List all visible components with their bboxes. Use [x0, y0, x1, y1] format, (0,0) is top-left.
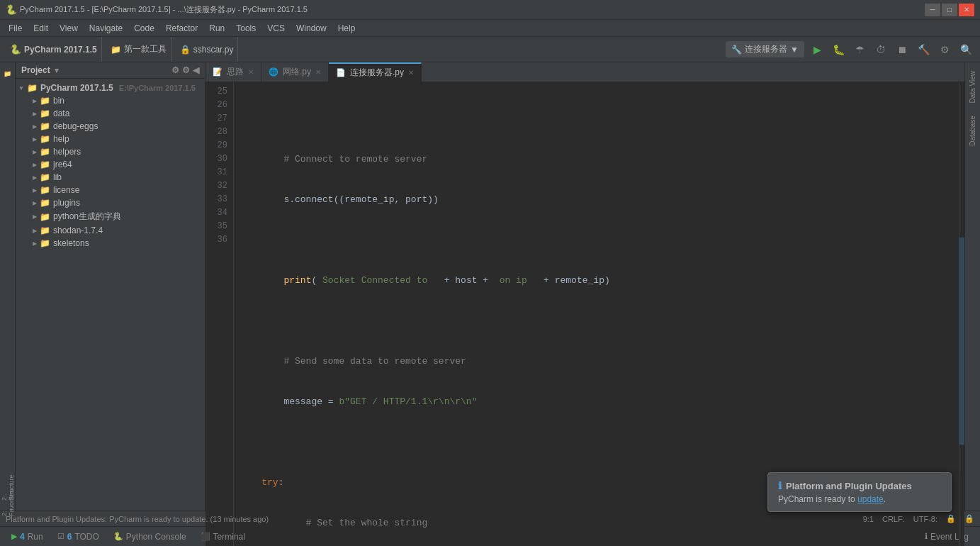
- status-right: 9:1 CRLF: UTF-8: 🔒 🔒: [863, 514, 974, 523]
- folder-icon: 📁: [40, 238, 50, 248]
- code-line-28: [240, 233, 953, 247]
- menu-navigate[interactable]: Navigate: [84, 22, 128, 35]
- menu-view[interactable]: View: [54, 22, 84, 35]
- notification-update-link[interactable]: update: [857, 494, 884, 504]
- menu-window[interactable]: Window: [291, 22, 332, 35]
- tree-item-plugins[interactable]: ▶ 📁 plugins: [16, 196, 205, 209]
- tree-root-item[interactable]: ▼ 📁 PyCharm 2017.1.5 E:\PyCharm 2017.1.5: [16, 82, 205, 94]
- python-console-label: Python Console: [126, 532, 186, 542]
- tree-item-jre64[interactable]: ▶ 📁 jre64: [16, 158, 205, 171]
- run-button[interactable]: ▶: [809, 41, 826, 58]
- tree-item-shodan[interactable]: ▶ 📁 shodan-1.7.4: [16, 224, 205, 237]
- tab-thoughts[interactable]: 📝 思路 ✕: [205, 62, 261, 82]
- tab-label: 连接服务器.py: [350, 67, 404, 79]
- todo-tab-num: 6: [67, 532, 72, 542]
- tree-item-skeletons[interactable]: ▶ 📁 skeletons: [16, 237, 205, 250]
- tree-item-bin[interactable]: ▶ 📁 bin: [16, 94, 205, 107]
- notification-message: PyCharm is ready to: [778, 494, 857, 504]
- tree-item-help[interactable]: ▶ 📁 help: [16, 133, 205, 145]
- menu-run[interactable]: Run: [203, 22, 230, 35]
- tab-close-button[interactable]: ✕: [315, 68, 321, 76]
- expand-arrow-icon: ▼: [18, 85, 24, 91]
- code-line-27: s.connect((remote_ip, port)): [240, 193, 953, 206]
- tab-network[interactable]: 🌐 网络.py ✕: [261, 62, 329, 82]
- tab-close-button[interactable]: ✕: [408, 69, 414, 77]
- search-button[interactable]: 🔍: [957, 41, 974, 58]
- project-header-label: Project: [21, 65, 50, 75]
- tree-item-license[interactable]: ▶ 📁 license: [16, 184, 205, 196]
- tab-icon: 🌐: [269, 67, 278, 77]
- todo-icon: ☑: [57, 532, 64, 541]
- tab-run[interactable]: ▶ 4 Run: [6, 530, 49, 543]
- folder-icon: 📁: [40, 147, 50, 157]
- terminal-label: Terminal: [213, 532, 245, 542]
- debug-button[interactable]: 🐛: [830, 41, 847, 58]
- status-text: Platform and Plugin Updates: PyCharm is …: [6, 515, 269, 523]
- line-col: 9:1: [863, 515, 874, 523]
- menu-help[interactable]: Help: [332, 22, 361, 35]
- expand-arrow-icon: ▶: [33, 213, 37, 220]
- code-line-33: [240, 435, 953, 449]
- minimap-thumb: [959, 238, 964, 445]
- toolbar: 🐍 PyCharm 2017.1.5 📁 第一款工具 🔒 sshscar.py …: [0, 37, 980, 62]
- database-label[interactable]: Database: [967, 110, 978, 152]
- maximize-button[interactable]: □: [942, 4, 957, 16]
- menu-code[interactable]: Code: [128, 22, 160, 35]
- tab-close-button[interactable]: ✕: [248, 68, 254, 76]
- notification-title-text: Platform and Plugin Updates: [786, 481, 912, 491]
- line-ending: CRLF:: [882, 515, 905, 523]
- run-tab-label: Run: [28, 532, 43, 542]
- tree-item-python-dict[interactable]: ▶ 📁 python生成的字典: [16, 209, 205, 224]
- tab-server[interactable]: 📄 连接服务器.py ✕: [329, 62, 422, 82]
- code-line-30: [240, 314, 953, 328]
- menu-vcs[interactable]: VCS: [261, 22, 291, 35]
- folder-icon: 📁: [111, 45, 121, 55]
- project-sidebar-icon[interactable]: 📁: [1, 67, 15, 81]
- tool2-label: sshscar.py: [193, 45, 234, 55]
- tab-event-log[interactable]: ℹ Event Log: [919, 530, 974, 543]
- hide-icon[interactable]: ◀: [193, 65, 199, 75]
- left-sidebar: 📁 2: Structure 2: Favorites: [0, 62, 16, 511]
- menu-file[interactable]: File: [3, 22, 28, 35]
- root-name: PyCharm 2017.1.5: [40, 83, 113, 93]
- profile-button[interactable]: ⏱: [872, 41, 889, 58]
- folder-icon: 📁: [40, 225, 50, 235]
- project-name: PyCharm 2017.1.5: [24, 45, 97, 55]
- notification-body: PyCharm is ready to update.: [778, 494, 941, 504]
- tab-label: 网络.py: [283, 66, 311, 78]
- code-line-29: print( Socket Connected to + host + on i…: [240, 274, 953, 287]
- run-config-dropdown[interactable]: 🔧 连接服务器 ▼: [726, 41, 804, 57]
- expand-arrow-icon: ▶: [33, 136, 37, 143]
- coverage-button[interactable]: ☂: [851, 41, 868, 58]
- build-button[interactable]: 🔨: [915, 41, 932, 58]
- status-message: Platform and Plugin Updates: PyCharm is …: [6, 515, 855, 523]
- code-line-25: [240, 112, 953, 126]
- stop-button[interactable]: ⏹: [894, 41, 911, 58]
- menu-refactor[interactable]: Refactor: [160, 22, 203, 35]
- folder-label: helpers: [53, 147, 81, 157]
- menu-edit[interactable]: Edit: [28, 22, 54, 35]
- tree-item-lib[interactable]: ▶ 📁 lib: [16, 171, 205, 184]
- folder-icon: 📁: [40, 134, 50, 144]
- sync-icon[interactable]: ⚙: [171, 65, 179, 75]
- expand-arrow-icon: ▶: [33, 187, 37, 194]
- run-config-label: 连接服务器: [745, 43, 787, 55]
- tab-todo[interactable]: ☑ 6 TODO: [52, 530, 105, 543]
- data-view-label[interactable]: Data View: [967, 65, 978, 108]
- tree-item-data[interactable]: ▶ 📁 data: [16, 107, 205, 120]
- app-icon: 🐍: [6, 4, 17, 15]
- settings-button[interactable]: ⚙: [936, 41, 953, 58]
- tab-python-console[interactable]: 🐍 Python Console: [108, 530, 192, 543]
- project-dropdown-arrow[interactable]: ▾: [55, 66, 59, 75]
- folder-icon: 📁: [40, 185, 50, 195]
- run-tab-num: 4: [20, 532, 25, 542]
- tree-item-debug-eggs[interactable]: ▶ 📁 debug-eggs: [16, 120, 205, 133]
- minimize-button[interactable]: ─: [925, 4, 940, 16]
- favorites-sidebar-icon[interactable]: 2: Favorites: [1, 496, 15, 511]
- close-button[interactable]: ✕: [959, 4, 974, 16]
- tree-item-helpers[interactable]: ▶ 📁 helpers: [16, 145, 205, 158]
- expand-arrow-icon: ▶: [33, 200, 37, 206]
- gear-icon[interactable]: ⚙: [182, 65, 190, 75]
- tab-terminal[interactable]: ⬛ Terminal: [195, 530, 251, 543]
- menu-tools[interactable]: Tools: [230, 22, 261, 35]
